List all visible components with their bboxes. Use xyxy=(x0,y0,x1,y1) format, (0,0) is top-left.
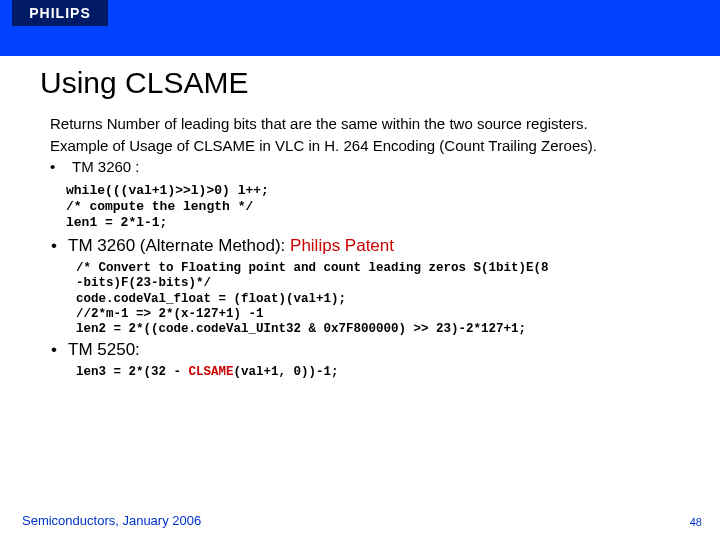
bullet-tm3260: •TM 3260 : xyxy=(50,157,680,177)
bullet-alternate: •TM 3260 (Alternate Method): Philips Pat… xyxy=(40,235,680,258)
slide-title: Using CLSAME xyxy=(40,66,680,100)
intro-line-1: Returns Number of leading bits that are … xyxy=(50,114,680,134)
bullet-tm3260-label: TM 3260 : xyxy=(72,158,140,175)
code-block-3: len3 = 2*(32 - CLSAME(val+1, 0))-1; xyxy=(76,365,680,380)
bullet-tm5250-label: TM 5250: xyxy=(68,340,140,359)
footer-text: Semiconductors, January 2006 xyxy=(22,513,201,528)
bullet-tm5250: •TM 5250: xyxy=(40,339,680,362)
header-banner: PHILIPS xyxy=(0,0,720,56)
code3-part-c: (val+1, 0))-1; xyxy=(234,365,339,379)
code-block-1: while(((val+1)>>l)>0) l++; /* compute th… xyxy=(66,183,680,232)
philips-logo: PHILIPS xyxy=(12,0,108,26)
bullet-alternate-label: TM 3260 (Alternate Method): xyxy=(68,236,290,255)
slide-content: Using CLSAME Returns Number of leading b… xyxy=(0,56,720,381)
code-block-2: /* Convert to Floating point and count l… xyxy=(76,261,680,337)
logo-text: PHILIPS xyxy=(29,5,90,21)
code3-part-a: len3 = 2*(32 - xyxy=(76,365,189,379)
clsame-keyword: CLSAME xyxy=(189,365,234,379)
page-number: 48 xyxy=(690,516,702,528)
intro-line-2: Example of Usage of CLSAME in VLC in H. … xyxy=(50,136,680,156)
philips-patent-label: Philips Patent xyxy=(290,236,394,255)
